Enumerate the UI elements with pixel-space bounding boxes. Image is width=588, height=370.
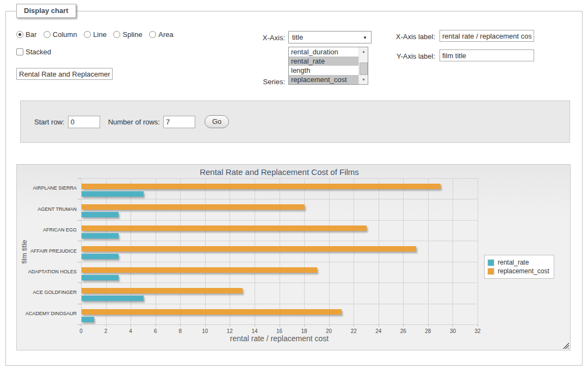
x-tick-label: 16	[271, 328, 288, 334]
num-rows-input[interactable]	[163, 116, 195, 128]
x-tick-label: 28	[420, 328, 436, 334]
bar[interactable]	[82, 317, 94, 322]
x-axis-label-input[interactable]	[440, 30, 534, 42]
column-radio-label: Column	[53, 30, 77, 39]
y-axis-label-label: Y-Axis label:	[374, 52, 435, 60]
stacked-option[interactable]: Stacked	[16, 48, 51, 56]
grid-line-vertical	[453, 178, 453, 324]
chart-panel: Rental Rate and Replacement Cost of Film…	[16, 164, 571, 350]
go-button[interactable]: Go	[205, 115, 229, 128]
y-axis-label-input[interactable]	[440, 49, 534, 61]
area-radio[interactable]	[149, 31, 156, 38]
grid-line-horizontal	[81, 199, 478, 199]
bar[interactable]	[82, 288, 243, 293]
legend-item[interactable]: rental_rate	[487, 259, 549, 266]
rows-panel: Start row: Number of rows: Go	[20, 101, 570, 143]
series-option-rental-rate[interactable]: rental_rate	[289, 57, 360, 66]
bar[interactable]	[82, 309, 342, 315]
line-radio[interactable]	[84, 31, 91, 38]
legend-item[interactable]: replacement_cost	[487, 267, 549, 275]
page: Display chart Bar Column Line Spline Are…	[0, 0, 588, 370]
category-label: ACADEMY DINOSAUR	[24, 311, 77, 316]
bar[interactable]	[82, 296, 144, 301]
chart-legend: rental_ratereplacement_cost	[484, 255, 554, 279]
bar[interactable]	[82, 246, 416, 252]
scrollbar-thumb[interactable]	[360, 62, 368, 75]
x-tick-label: 2	[98, 328, 114, 334]
x-tick-label: 12	[221, 328, 238, 334]
x-axis-selected-value: title	[292, 33, 303, 41]
legend-swatch-icon	[487, 259, 494, 266]
bar[interactable]	[82, 233, 119, 239]
series-listbox[interactable]: rental_duration rental_rate length repla…	[288, 47, 368, 85]
category-label: ADAPTATION HOLES	[24, 269, 77, 274]
y-axis-tick	[78, 199, 81, 199]
chart-title-input[interactable]	[16, 68, 113, 80]
chart-type-option-line[interactable]: Line	[84, 30, 107, 39]
chart-type-option-column[interactable]: Column	[44, 30, 77, 39]
x-axis-select[interactable]: title ▼	[288, 31, 372, 43]
x-axis-tick	[478, 324, 478, 327]
category-label: ACE GOLDFINGER	[24, 290, 77, 295]
grid-line-horizontal	[81, 262, 478, 262]
bar[interactable]	[82, 184, 441, 189]
x-tick-label: 26	[395, 328, 411, 334]
bar[interactable]	[82, 254, 119, 259]
chart-type-option-bar[interactable]: Bar	[16, 30, 36, 39]
chart-title: Rental Rate and Replacement Cost of Film…	[81, 167, 478, 177]
x-tick-label: 10	[197, 328, 213, 334]
spline-radio[interactable]	[113, 31, 120, 38]
bar[interactable]	[82, 225, 367, 231]
x-tick-label: 22	[345, 328, 362, 334]
chart-type-option-spline[interactable]: Spline	[113, 30, 142, 39]
chevron-down-icon: ▼	[363, 35, 367, 40]
x-tick-label: 4	[122, 328, 139, 334]
category-label: AFFAIR PREJUDICE	[24, 248, 77, 254]
y-axis-tick	[78, 241, 81, 241]
num-rows-label: Number of rows:	[108, 118, 160, 126]
x-axis-select-label: X-Axis:	[234, 34, 285, 42]
bar[interactable]	[82, 275, 119, 280]
grid-line-horizontal	[81, 178, 478, 179]
x-tick-label: 8	[172, 328, 188, 334]
series-listbox-scrollbar[interactable]: ▲ ▼	[358, 47, 368, 84]
scroll-up-icon[interactable]: ▲	[359, 47, 368, 56]
stacked-label: Stacked	[26, 48, 51, 56]
grid-line-vertical	[428, 178, 429, 324]
grid-line-horizontal	[81, 324, 478, 325]
series-option-replacement-cost[interactable]: replacement_cost	[289, 75, 360, 84]
stacked-row: Stacked	[16, 48, 51, 56]
series-option-rental-duration[interactable]: rental_duration	[289, 47, 360, 57]
y-axis-tick	[78, 262, 81, 262]
column-radio[interactable]	[44, 31, 51, 38]
x-tick-label: 20	[321, 328, 337, 334]
legend-label: rental_rate	[498, 259, 529, 266]
x-tick-label: 14	[246, 328, 263, 334]
series-option-length[interactable]: length	[289, 66, 360, 75]
bar[interactable]	[82, 267, 317, 273]
x-tick-label: 18	[296, 328, 312, 334]
x-axis-label-label: X-Axis label:	[374, 33, 435, 41]
x-tick-label: 24	[370, 328, 387, 334]
chart-type-option-area[interactable]: Area	[149, 30, 173, 39]
bar[interactable]	[82, 204, 305, 210]
resize-handle-icon[interactable]	[562, 342, 569, 349]
legend-label: replacement_cost	[498, 267, 549, 275]
bar[interactable]	[82, 191, 144, 197]
y-axis-tick	[78, 220, 81, 221]
grid-line-horizontal	[81, 304, 478, 304]
stacked-checkbox[interactable]	[16, 48, 23, 55]
category-label: AFRICAN EGG	[24, 227, 77, 233]
x-tick-label: 0	[73, 328, 89, 334]
grid-line-horizontal	[81, 220, 478, 221]
bar-radio[interactable]	[16, 31, 23, 38]
grid-line-horizontal	[81, 241, 478, 241]
grid-line-vertical	[478, 178, 478, 324]
series-listbox-label: Series:	[234, 78, 285, 86]
bar[interactable]	[82, 212, 119, 217]
start-row-input[interactable]	[68, 116, 100, 128]
x-tick-label: 30	[444, 328, 461, 334]
scroll-down-icon[interactable]: ▼	[359, 76, 368, 84]
fieldset-legend: Display chart	[16, 4, 76, 18]
line-radio-label: Line	[93, 30, 107, 39]
